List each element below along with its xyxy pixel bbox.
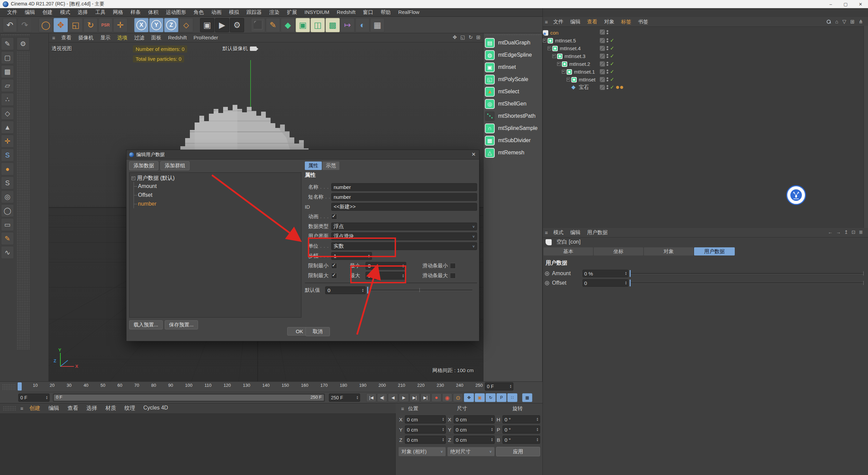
mt-palette-item[interactable]: ▤ mtDualGraph [484,37,542,49]
minimize-button[interactable]: – [823,0,838,8]
data-type-dropdown[interactable]: 浮点˅ [331,223,477,230]
rotation-field-row[interactable]: B 0 °▴▾ [496,435,540,445]
drag-handle[interactable] [485,34,541,36]
spinner[interactable]: ▴▾ [362,288,363,292]
save-preset-button[interactable]: 保存预置... [165,320,198,329]
viewport-menu-item[interactable]: Redshift [165,35,190,41]
tree-item[interactable]: number [134,200,301,208]
mt-palette-item[interactable]: ◍ mtEdgeSpline [484,49,542,61]
apply-button[interactable]: 应用 [496,447,540,456]
enabled-check-icon[interactable]: ✓ [610,84,614,90]
layer-toggle[interactable] [600,38,605,43]
subdivision-surface-button[interactable]: ◫ [311,18,325,32]
coordinate-mode-dropdown[interactable]: 对象 (相对)˅ [398,447,446,456]
workplane-snap-icon[interactable]: S [1,176,14,189]
menu-item[interactable]: 编辑 [21,9,39,16]
goto-end-button[interactable]: ▶| [420,393,431,402]
slider-min-checkbox[interactable] [450,263,456,269]
spinner[interactable]: ▴▾ [368,254,370,258]
expand-toggle[interactable] [132,176,135,180]
dialog-tab[interactable]: 示范 [322,162,339,170]
unit-dropdown[interactable]: 实数˅ [331,242,477,250]
menu-item[interactable]: 模式 [56,9,74,16]
move-tool-button[interactable]: ✥ [54,18,68,32]
points-mode-icon[interactable]: ∴ [1,93,14,106]
menu-item[interactable]: Redshift [333,9,359,16]
current-frame-spinner[interactable]: 0 F▴▾ [485,382,513,391]
visibility-dots[interactable] [607,38,608,42]
mt-palette-item[interactable]: ▲ mtSelect [484,86,542,98]
snap-icon[interactable]: S [1,149,14,162]
spinner[interactable]: ▴▾ [625,281,627,285]
object-tree-row[interactable]: mtInset.5 ✓ [543,37,868,44]
object-manager-menu-item[interactable]: 文件 [550,19,567,25]
viewport-menu-item[interactable]: ProRender [190,35,222,41]
spline-pen-button[interactable]: ✎ [266,18,280,32]
value-field[interactable]: 0▴▾ [583,279,628,287]
coordinate-system-button[interactable]: ⬦ [179,18,193,32]
rotation-field-row[interactable]: H 0 °▴▾ [496,414,540,424]
viewport-menu-item[interactable]: 选项 [114,35,131,41]
quantize-icon[interactable]: ● [1,163,14,175]
deformer-button[interactable]: ◆ [281,18,295,32]
object-tree-row[interactable]: mtInset.2 ✓ [543,60,868,68]
material-menu-item[interactable]: 选择 [82,405,101,412]
spinner[interactable]: ▴▾ [402,264,404,268]
visibility-dots[interactable] [607,77,608,81]
object-tree-row[interactable]: mtInset.1 ✓ [543,68,868,76]
render-view-button[interactable]: ▣ [200,18,214,32]
object-tree-row[interactable]: mtInset.3 ✓ [543,52,868,60]
user-data-row[interactable]: Offset 0▴▾ [543,278,868,288]
maximize-button[interactable]: ▢ [838,0,853,8]
limit-max-checkbox[interactable] [331,273,337,279]
scrollbar[interactable] [864,26,868,237]
mt-palette-item[interactable]: ◱ mtPolyScale [484,73,542,86]
keyframe-presets-button[interactable]: ▦ [522,393,532,402]
expand-toggle[interactable] [548,46,551,50]
attribute-menu-item[interactable]: 用户数据 [584,229,611,236]
undo-button[interactable]: ↶ [3,18,17,32]
size-field-row[interactable]: Z 0 cm▴▾ [447,435,495,445]
attribute-tab[interactable]: 坐标 [594,247,643,255]
layer-toggle[interactable] [600,54,605,59]
material-manager-area[interactable] [0,413,396,475]
hamburger-icon[interactable]: ≡ [543,230,550,235]
step-field[interactable]: 1▴▾ [331,252,372,260]
enabled-check-icon[interactable]: ✓ [610,53,614,59]
object-tree-row[interactable]: con ✓ [543,29,868,37]
menu-item[interactable]: 样条 [127,9,144,16]
viewport-menu-item[interactable]: 查看 [58,35,75,41]
user-data-row[interactable]: Amount 0 %▴▾ [543,269,868,278]
visibility-dots[interactable] [607,62,608,66]
add-panel-icon[interactable]: ⊞ [850,19,855,25]
texture-mode-icon[interactable]: ▩ [1,65,14,78]
render-settings-button[interactable]: ⚙ [230,18,244,32]
menu-item[interactable]: 创建 [39,9,56,16]
close-button[interactable]: ✕ [853,0,868,8]
spinner[interactable]: ▴▾ [625,271,627,276]
value-slider[interactable] [630,270,864,277]
menu-item[interactable]: RealFlow [394,9,423,16]
record-position-toggle[interactable]: ✥ [464,393,474,402]
attribute-tab[interactable]: 基本 [544,247,593,255]
menu-item[interactable]: 网格 [109,9,127,16]
hierarchy-icon[interactable]: ⋔ [859,19,863,25]
menu-item[interactable]: 动画 [208,9,225,16]
visibility-dots[interactable] [607,30,608,34]
attribute-menu-item[interactable]: 编辑 [567,229,584,236]
frame-range-slider[interactable]: 0 F 250 F [53,394,325,402]
lock-z-axis-button[interactable]: Z [164,18,178,32]
menu-item[interactable]: 角色 [190,9,208,16]
value-field[interactable]: 0 %▴▾ [583,270,628,277]
mt-palette-item[interactable]: ∩ mtSplineSample [484,122,542,134]
sky-button[interactable]: ◐ [355,18,370,32]
edges-mode-icon[interactable]: ◇ [1,107,14,120]
keyframe-selection-button[interactable]: ⊙ [453,393,463,402]
size-field-row[interactable]: Y 0 cm▴▾ [447,424,495,435]
layer-toggle[interactable] [600,30,605,35]
spinner[interactable]: ▴▾ [402,274,404,278]
position-field-row[interactable]: Y 0 cm▴▾ [398,424,446,435]
rotation-field-row[interactable]: P 0 °▴▾ [496,424,540,435]
record-keyframe-button[interactable]: ● [431,393,441,402]
menu-item[interactable]: INSYDIUM [301,9,333,16]
